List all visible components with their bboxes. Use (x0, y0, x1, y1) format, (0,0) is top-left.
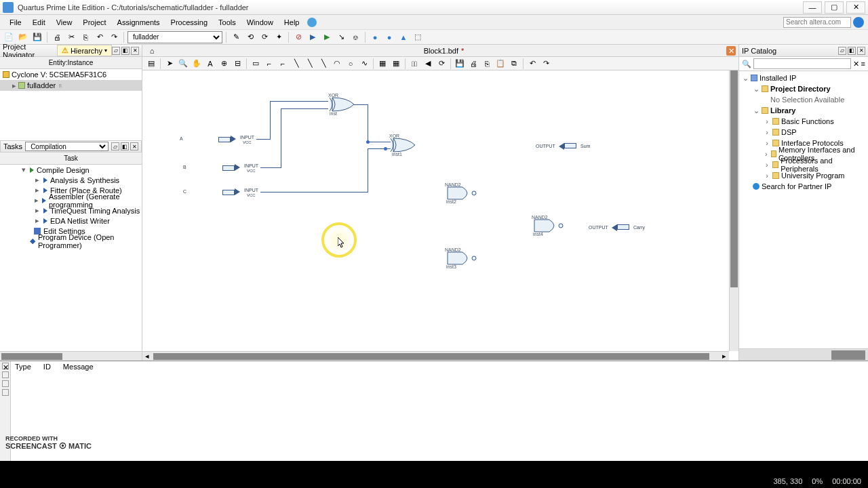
minimize-button[interactable]: — (803, 1, 822, 14)
ip-close-icon[interactable]: ✕ (857, 47, 865, 55)
play2-icon[interactable]: ▶ (321, 31, 333, 43)
menu-processing[interactable]: Processing (165, 18, 213, 26)
menu-edit[interactable]: Edit (27, 18, 51, 26)
ip-proc[interactable]: ›Processors and Peripherals (739, 159, 868, 170)
msg-close-icon[interactable]: ✕ (2, 363, 9, 369)
ed-line5-icon[interactable]: ╲ (317, 58, 330, 70)
ip-library[interactable]: ⌄Library (739, 105, 868, 116)
scroll-right-icon[interactable]: ▸ (719, 352, 729, 361)
editor-tab-block1[interactable]: Block1.bdf* (424, 47, 465, 55)
menu-assignments[interactable]: Assignments (112, 18, 165, 26)
print-icon[interactable]: 🖨 (51, 31, 63, 43)
stop-icon[interactable]: ⊘ (292, 31, 304, 43)
ip-search-input[interactable] (753, 58, 851, 69)
ip-basic[interactable]: ›Basic Functions (739, 116, 868, 127)
ed-line2-icon[interactable]: ⌐ (277, 58, 289, 70)
ip-menu-icon[interactable]: ≡ (861, 60, 865, 68)
msg-filter2-icon[interactable] (2, 380, 9, 387)
tasks-close-icon[interactable]: ✕ (130, 142, 138, 150)
task-assembler[interactable]: ▸Assembler (Generate programming (0, 195, 142, 205)
tasks-btn1-icon[interactable]: ▱ (111, 142, 119, 150)
ed-partial-icon[interactable]: ▦ (376, 58, 389, 70)
ed-text-icon[interactable]: A (204, 58, 216, 70)
tasks-btn2-icon[interactable]: ◧ (121, 142, 129, 150)
ed-arc-icon[interactable]: ◠ (331, 58, 343, 70)
entity-row-fulladder[interactable]: ▸ fulladder ⎘ (0, 80, 142, 91)
ip-add-button[interactable] (831, 350, 865, 360)
device-row[interactable]: Cyclone V: 5CSEMA5F31C6 (0, 69, 142, 80)
task-compile[interactable]: ▾Compile Design (0, 165, 142, 175)
ip-projdir[interactable]: ⌄Project Directory (739, 83, 868, 94)
tool3-icon[interactable]: ⟳ (258, 31, 271, 43)
menu-window[interactable]: Window (241, 18, 279, 26)
ed-dup-icon[interactable]: ⧉ (508, 58, 520, 70)
ed-symbol-icon[interactable]: ⊕ (218, 58, 230, 70)
ed-rect-icon[interactable]: ▭ (250, 58, 262, 70)
ed-line1-icon[interactable]: ⌐ (263, 58, 275, 70)
tool-icon[interactable]: ✎ (230, 31, 242, 43)
save-icon[interactable]: 💾 (31, 31, 43, 43)
glob4-icon[interactable]: ⬚ (412, 31, 424, 43)
menu-file[interactable]: File (4, 18, 27, 26)
ed-save-icon[interactable]: 💾 (454, 58, 466, 70)
maximize-button[interactable]: ▢ (825, 1, 844, 14)
tool4-icon[interactable]: ✦ (273, 31, 285, 43)
ip-btn1-icon[interactable]: ▱ (838, 47, 846, 55)
tool5-icon[interactable]: ↘ (335, 31, 347, 43)
ed-line6-icon[interactable]: ∿ (358, 58, 370, 70)
ip-clear-icon[interactable]: ✕ (853, 60, 859, 68)
ed-zoom-icon[interactable]: 🔍 (177, 58, 189, 70)
close-button[interactable]: ✕ (846, 1, 865, 14)
new-file-icon[interactable]: 📄 (3, 31, 15, 43)
ed-grid-icon[interactable]: ▦ (390, 58, 402, 70)
entity-dropdown[interactable]: fulladder (127, 31, 222, 43)
ed-redo-icon[interactable]: ↷ (540, 58, 552, 70)
ed-oval-icon[interactable]: ○ (344, 58, 357, 70)
panel-btn1-icon[interactable]: ▱ (112, 47, 120, 55)
ed-rotate-icon[interactable]: ⟳ (435, 58, 448, 70)
task-analysis[interactable]: ▸Analysis & Synthesis (0, 175, 142, 185)
glob2-icon[interactable]: ● (383, 31, 395, 43)
scroll-left-icon[interactable]: ◂ (142, 352, 152, 361)
editor-tab-close-icon[interactable]: ✕ (726, 46, 736, 56)
canvas-scrollbar-v[interactable] (729, 70, 738, 351)
ed-undo-icon[interactable]: ↶ (526, 58, 538, 70)
msg-filter1-icon[interactable] (2, 371, 9, 378)
glob3-icon[interactable]: ▲ (397, 31, 410, 43)
tasks-dropdown[interactable]: Compilation (25, 142, 108, 151)
redo-icon[interactable]: ↷ (108, 31, 120, 43)
globe-icon[interactable] (853, 17, 864, 28)
play-icon[interactable]: ▶ (307, 31, 319, 43)
ed-line3-icon[interactable]: ╲ (290, 58, 302, 70)
ed-copy-icon[interactable]: ⎘ (481, 58, 493, 70)
copy-icon[interactable]: ⎘ (79, 31, 92, 43)
cut-icon[interactable]: ✂ (65, 31, 77, 43)
ed-flip2-icon[interactable]: ◀ (422, 58, 434, 70)
ip-btn2-icon[interactable]: ◧ (848, 47, 856, 55)
glob1-icon[interactable]: ● (369, 31, 381, 43)
ed-print-icon[interactable]: 🖨 (467, 58, 479, 70)
search-input[interactable] (783, 17, 851, 28)
task-eda[interactable]: ▸EDA Netlist Writer (0, 216, 142, 226)
undo-icon[interactable]: ↶ (94, 31, 106, 43)
task-program[interactable]: ◆Program Device (Open Programmer) (0, 236, 142, 246)
ip-partner[interactable]: Search for Partner IP (739, 181, 868, 192)
ed-pointer-icon[interactable]: ➤ (163, 58, 176, 70)
ed-hand-icon[interactable]: ✋ (191, 58, 203, 70)
editor-home-icon[interactable]: ⌂ (145, 45, 159, 56)
ed-paste-icon[interactable]: 📋 (494, 58, 507, 70)
ed-pin-icon[interactable]: ⊟ (231, 58, 243, 70)
hierarchy-tab[interactable]: ⚠Hierarchy▾ (57, 45, 112, 56)
canvas-scrollbar-h[interactable]: ◂ ▸ (142, 351, 729, 361)
open-icon[interactable]: 📂 (17, 31, 29, 43)
ed-flip1-icon[interactable]: ◀⃒ (408, 58, 420, 70)
panel-close-icon[interactable]: ✕ (131, 47, 139, 55)
tool6-icon[interactable]: ⎊ (349, 31, 361, 43)
ed-tool1-icon[interactable]: ▤ (145, 58, 157, 70)
menu-view[interactable]: View (51, 18, 78, 26)
task-timing[interactable]: ▸TimeQuest Timing Analysis (0, 205, 142, 216)
schematic-canvas[interactable]: XOR inst XOR inst1 NAND2 inst2 NAND2 ins… (142, 70, 738, 361)
menu-help[interactable]: Help (279, 18, 305, 26)
tool2-icon[interactable]: ⟲ (244, 31, 256, 43)
ip-installed[interactable]: ⌄Installed IP (739, 73, 868, 83)
